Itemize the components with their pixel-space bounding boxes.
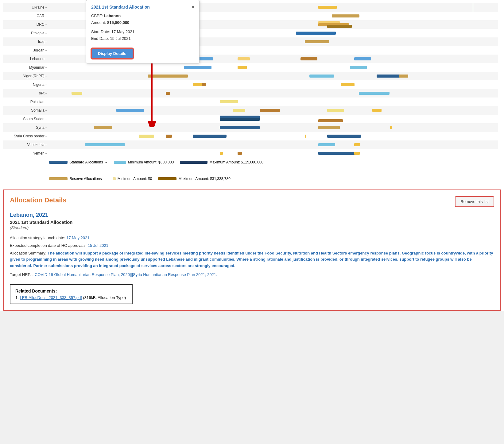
completion-date: 15 Jul 2021 [88, 243, 108, 248]
bar [139, 135, 154, 138]
bar [184, 66, 211, 69]
row-bars [49, 98, 498, 106]
legend-res-min: Minimum Amount: $0 [113, 177, 152, 181]
dates-row: Start Date: 17 May 2021 End Date: 15 Jul… [91, 29, 194, 42]
bar [332, 14, 359, 17]
remove-list-button[interactable]: Remove this list [455, 196, 494, 207]
amount-row: Amount: $15,000,000 [91, 19, 194, 26]
legend-std-max-bar [180, 161, 207, 164]
hrp-row: Target HRPs: COVID-19 Global Humanitaria… [10, 272, 494, 278]
bar [309, 75, 334, 78]
legend-res-max-bar [158, 177, 176, 180]
bar [233, 109, 245, 112]
country-title: Lebanon, 2021 [10, 212, 494, 218]
end-value: 15 Jul 2021 [110, 36, 130, 41]
summary-row: Allocation Summary: The allocation will … [10, 250, 494, 269]
table-row: South Sudan - [3, 115, 498, 123]
bar [220, 118, 260, 121]
row-bars [49, 89, 498, 98]
display-details-button[interactable]: Display Details [91, 48, 133, 59]
row-label: Lebanon - [3, 57, 49, 61]
row-label: DRC - [3, 22, 49, 27]
table-row: Nigeria - [3, 80, 498, 89]
cbpf-label: CBPF: [91, 13, 103, 18]
bar [238, 57, 250, 60]
tooltip-title-text: 2021 1st Standard Allocation [91, 5, 150, 10]
bar [238, 152, 242, 155]
vline [473, 3, 473, 12]
legend-std-min-label: Minimum Amount: $300,000 [128, 160, 174, 164]
table-row: Jordan - [3, 46, 498, 55]
tooltip-close-button[interactable]: × [192, 5, 194, 10]
table-row: Syria Cross border - [3, 132, 498, 140]
row-bars [49, 72, 498, 80]
completion-date-row: Expected completion date of HC approvals… [10, 243, 494, 249]
hrp-prefix: Target HRPs: [10, 272, 33, 277]
legend-reserve-bar [49, 177, 68, 180]
legend-res-min-bar [113, 177, 116, 180]
bar [399, 75, 408, 78]
related-documents: Related Documents: 1. LEB-AllocDocs_2021… [10, 284, 133, 304]
table-row: CAR - [3, 12, 498, 20]
bar [300, 57, 317, 60]
bar [193, 135, 227, 138]
legend-standard-label: Standard Allocations → [69, 160, 108, 164]
bar [305, 40, 329, 43]
table-row: Niger (RhPF) - [3, 72, 498, 80]
section-header: Allocation Details Remove this list [10, 196, 494, 207]
bar [260, 109, 280, 112]
bar [238, 66, 247, 69]
table-row: Pakistan - [3, 98, 498, 106]
allocation-name: 2021 1st Standard Allocation [10, 220, 494, 225]
bar [390, 126, 392, 129]
doc-link[interactable]: LEB-AllocDocs_2021_333_357.pdf [20, 295, 82, 300]
bar [318, 119, 343, 122]
row-label: Iraq - [3, 40, 49, 44]
tooltip-body: CBPF: Lebanon Amount: $15,000,000 Start … [91, 13, 194, 59]
bar [318, 152, 358, 155]
tooltip-title: 2021 1st Standard Allocation × [91, 5, 194, 10]
table-row: DRC - [3, 20, 498, 29]
row-bars [49, 132, 498, 140]
allocation-details-section: Allocation Details Remove this list Leba… [3, 189, 501, 311]
bar [354, 143, 360, 146]
bar [220, 100, 238, 103]
bar [372, 109, 382, 112]
start-label: Start Date: [91, 29, 110, 34]
bar [202, 83, 206, 86]
row-label: Yemen - [3, 151, 49, 155]
row-label: Syria - [3, 125, 49, 130]
legend-std-min: Minimum Amount: $300,000 [114, 160, 174, 164]
start-value: 17 May 2021 [111, 29, 134, 34]
legend-standard-bar [49, 161, 68, 164]
table-row: Venezuela - [3, 140, 498, 149]
table-row: Ethiopia - [3, 29, 498, 37]
related-docs-title: Related Documents: [15, 289, 127, 293]
amount-label: Amount: [91, 20, 106, 25]
legend-standard: Standard Allocations → [49, 160, 108, 164]
table-row: oPt - [3, 89, 498, 98]
legend-res-max: Maximum Amount: $31,338,780 [158, 177, 230, 181]
row-bars [49, 63, 498, 72]
summary-prefix: Allocation Summary: [10, 251, 46, 255]
legend-reserve-label: Reserve Allocations → [69, 177, 107, 181]
launch-label: Allocation strategy launch date: [10, 235, 65, 240]
table-row: Ukraine - [3, 3, 498, 12]
hrp-links[interactable]: COVID-19 Global Humanitarian Response Pl… [35, 272, 217, 277]
table-row: Somalia - [3, 106, 498, 115]
bar [341, 83, 355, 86]
legend-std-min-bar [114, 161, 126, 164]
bar [318, 143, 335, 146]
launch-date: 17 May 2021 [66, 235, 89, 240]
table-row: Yemen - [3, 149, 498, 158]
end-date-row: End Date: 15 Jul 2021 [91, 35, 194, 42]
bar [354, 152, 360, 155]
row-label: Nigeria - [3, 82, 49, 87]
row-label: Ukraine - [3, 5, 49, 10]
row-label: Jordan - [3, 48, 49, 52]
row-label: Ethiopia - [3, 31, 49, 35]
bar [148, 75, 188, 78]
bar [116, 109, 144, 112]
bar [85, 143, 125, 146]
row-label: Niger (RhPF) - [3, 74, 49, 78]
